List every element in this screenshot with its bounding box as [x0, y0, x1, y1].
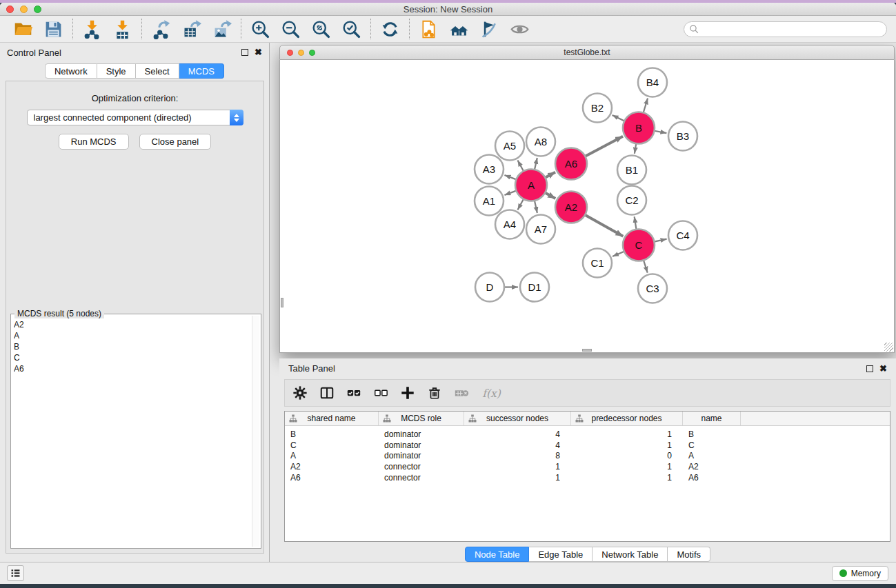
column-header-name[interactable]: name [683, 412, 741, 425]
graph-node-B2[interactable]: B2 [583, 94, 612, 123]
close-window-button[interactable] [6, 6, 14, 13]
delete-row-icon[interactable] [427, 385, 442, 401]
zoom-out-icon[interactable] [281, 19, 301, 39]
open-file-icon[interactable] [13, 19, 33, 39]
network-close-button[interactable] [287, 50, 293, 56]
graph-node-A6[interactable]: A6 [555, 148, 587, 180]
graph-edge-A-A4[interactable] [517, 199, 524, 210]
close-panel-button[interactable]: Close panel [139, 134, 212, 150]
graph-node-A[interactable]: A [515, 170, 547, 201]
new-network-icon[interactable] [419, 19, 439, 39]
network-window-titlebar[interactable]: testGlobe.txt [279, 45, 895, 60]
graph-node-A8[interactable]: A8 [526, 128, 555, 156]
import-network-icon[interactable] [82, 19, 102, 39]
add-row-icon[interactable] [400, 385, 415, 401]
table-row[interactable]: Adominator80A [285, 451, 890, 462]
search-box[interactable] [684, 21, 887, 37]
table-row[interactable]: A2connector11A2 [285, 461, 890, 472]
memory-button[interactable]: Memory [832, 566, 888, 581]
mcds-result-item[interactable]: A [14, 330, 250, 341]
graph-node-B4[interactable]: B4 [638, 68, 667, 97]
export-network-icon[interactable] [151, 19, 171, 39]
graph-node-A1[interactable]: A1 [475, 187, 504, 216]
graph-edge-C-C4[interactable] [654, 239, 666, 242]
graph-edge-B-B1[interactable] [635, 143, 636, 154]
graph-node-C1[interactable]: C1 [583, 249, 612, 278]
column-header-successor-nodes[interactable]: successor nodes [464, 412, 571, 425]
tab-edge-table[interactable]: Edge Table [529, 547, 593, 562]
network-canvas[interactable]: B4B2BB3A8A5A6A3B1AA1C2A2A4A7C4CC1DD1C3 [279, 60, 895, 353]
vertical-scrollbar-thumb[interactable] [281, 298, 283, 307]
graph-edge-C-C1[interactable] [613, 252, 624, 256]
tab-network-table[interactable]: Network Table [593, 547, 668, 562]
mcds-result-item[interactable]: A2 [14, 319, 250, 330]
float-table-panel-icon[interactable] [866, 365, 873, 372]
float-panel-icon[interactable] [241, 49, 248, 56]
graph-node-D1[interactable]: D1 [520, 273, 549, 302]
close-table-panel-icon[interactable]: ✖ [879, 365, 887, 372]
graph-edge-C-C3[interactable] [644, 260, 648, 272]
graph-edge-B-B2[interactable] [613, 115, 625, 121]
tab-select[interactable]: Select [136, 63, 179, 79]
graph-node-A4[interactable]: A4 [495, 210, 524, 239]
graph-edge-A-A5[interactable] [517, 161, 524, 172]
mcds-result-item[interactable]: B [14, 341, 250, 352]
graph-node-C[interactable]: C [623, 230, 655, 261]
zoom-window-button[interactable] [34, 6, 41, 13]
horizontal-scrollbar-thumb[interactable] [582, 349, 592, 352]
gear-icon[interactable] [292, 385, 308, 401]
mcds-result-item[interactable]: A6 [14, 363, 250, 374]
graph-edge-A-A8[interactable] [535, 158, 537, 170]
tab-network[interactable]: Network [45, 63, 97, 79]
graph-edge-B-B3[interactable] [655, 131, 667, 133]
zoom-in-icon[interactable] [250, 19, 270, 39]
graph-node-D[interactable]: D [475, 273, 504, 302]
deselect-all-icon[interactable] [373, 385, 388, 401]
table-row[interactable]: A6connector11A6 [285, 472, 890, 483]
minimize-window-button[interactable] [20, 6, 28, 13]
run-mcds-button[interactable]: Run MCDS [59, 134, 129, 150]
graph-edge-A-A6[interactable] [545, 172, 555, 178]
column-header-MCDS-role[interactable]: MCDS role [379, 412, 464, 425]
columns-icon[interactable] [319, 385, 335, 401]
network-zoom-button[interactable] [309, 50, 315, 56]
close-panel-icon[interactable]: ✖ [255, 49, 262, 56]
zoom-fit-icon[interactable] [311, 19, 331, 39]
graph-node-A5[interactable]: A5 [495, 132, 524, 161]
graph-edge-A-A1[interactable] [504, 191, 516, 195]
table-row[interactable]: Bdominator41B [285, 429, 890, 440]
task-history-button[interactable] [7, 565, 24, 581]
zoom-selected-icon[interactable] [341, 19, 361, 39]
resize-grip[interactable] [884, 343, 893, 352]
home-layout-icon[interactable] [449, 19, 469, 39]
result-scrollbar[interactable] [252, 316, 259, 547]
column-header-predecessor-nodes[interactable]: predecessor nodes [571, 412, 683, 425]
graph-node-B3[interactable]: B3 [668, 122, 697, 151]
refresh-layout-icon[interactable] [380, 19, 400, 39]
graph-edge-A-A7[interactable] [535, 201, 537, 213]
export-table-icon[interactable] [181, 19, 201, 39]
graph-edge-A6-B[interactable] [585, 136, 623, 156]
tab-motifs[interactable]: Motifs [668, 547, 710, 562]
graph-node-A2[interactable]: A2 [555, 192, 587, 223]
graph-node-B[interactable]: B [623, 112, 655, 144]
search-input[interactable] [702, 24, 882, 34]
graph-node-A7[interactable]: A7 [526, 215, 555, 244]
show-details-icon[interactable] [510, 19, 530, 39]
tab-node-table[interactable]: Node Table [465, 547, 530, 562]
graph-edge-C-C2[interactable] [635, 216, 637, 230]
select-all-icon[interactable] [346, 385, 361, 401]
column-header-shared-name[interactable]: shared name [285, 412, 379, 425]
criterion-dropdown[interactable]: largest connected component (directed) [27, 110, 243, 125]
tab-style[interactable]: Style [97, 63, 136, 79]
import-table-icon[interactable] [112, 19, 132, 39]
graph-node-A3[interactable]: A3 [475, 155, 504, 184]
hide-details-icon[interactable] [479, 19, 499, 39]
network-minimize-button[interactable] [298, 50, 304, 56]
graph-node-C2[interactable]: C2 [617, 186, 646, 215]
graph-node-C3[interactable]: C3 [638, 274, 667, 303]
graph-edge-A-A3[interactable] [504, 175, 516, 179]
graph-edge-A-A2[interactable] [545, 193, 555, 199]
table-row[interactable]: Cdominator41C [285, 440, 890, 451]
graph-node-C4[interactable]: C4 [668, 221, 697, 250]
